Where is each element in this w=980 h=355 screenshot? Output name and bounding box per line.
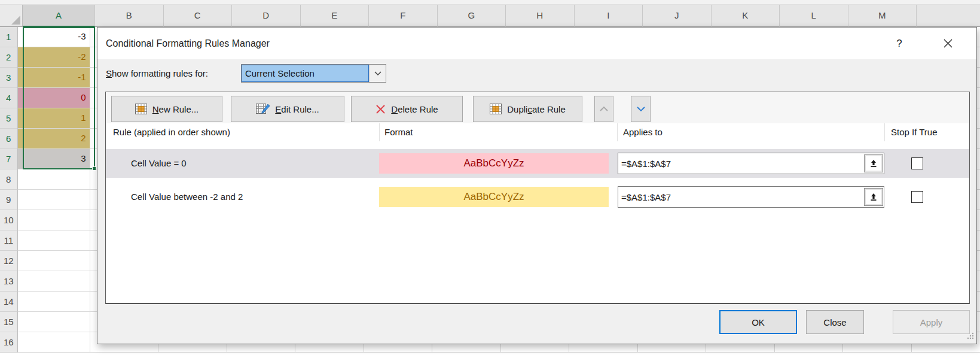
cell-A16[interactable] <box>18 332 90 353</box>
delete-rule-button[interactable]: Delete Rule <box>351 96 463 122</box>
column-header-L[interactable]: L <box>780 5 848 27</box>
table-icon <box>135 104 147 114</box>
move-rule-down-button[interactable] <box>631 96 651 122</box>
cell-A4[interactable]: 0 <box>18 88 90 108</box>
cell-A9[interactable] <box>18 190 90 210</box>
column-header-C[interactable]: C <box>164 5 233 27</box>
header-applies-to: Applies to <box>623 122 663 142</box>
cell-A5[interactable]: 1 <box>18 108 90 129</box>
cell-A7[interactable]: 3 <box>18 149 90 169</box>
cell-A11[interactable] <box>18 230 90 251</box>
row-header-15[interactable]: 15 <box>0 312 18 332</box>
header-rule: Rule (applied in order shown) <box>113 122 230 142</box>
stop-if-true-checkbox[interactable] <box>911 191 923 203</box>
header-format: Format <box>384 122 413 142</box>
edit-rule-label: Edit Rule... <box>275 104 319 114</box>
column-header-A[interactable]: A <box>23 5 95 27</box>
row-header-14[interactable]: 14 <box>0 292 18 312</box>
show-rules-label: Show formatting rules for: <box>106 68 208 78</box>
close-icon <box>944 39 952 48</box>
column-header-H[interactable]: H <box>506 5 575 27</box>
new-rule-label: New Rule... <box>152 104 199 114</box>
row-header-5[interactable]: 5 <box>0 108 18 129</box>
cell-A12[interactable] <box>18 251 90 271</box>
row-header-16[interactable]: 16 <box>0 332 18 353</box>
row-header-4[interactable]: 4 <box>0 88 18 108</box>
dialog-titlebar: Conditional Formatting Rules Manager ? <box>97 28 976 59</box>
cell-A3[interactable]: -1 <box>18 68 90 88</box>
ok-button[interactable]: OK <box>719 310 797 334</box>
column-header-F[interactable]: F <box>369 5 438 27</box>
row-header-10[interactable]: 10 <box>0 210 18 230</box>
range-picker-icon <box>869 159 878 168</box>
duplicate-rule-button[interactable]: Duplicate Rule <box>473 96 582 122</box>
applies-to-input[interactable] <box>618 153 864 174</box>
cell-A13[interactable] <box>18 271 90 292</box>
dialog-title: Conditional Formatting Rules Manager <box>106 28 270 59</box>
table-icon <box>490 104 502 114</box>
duplicate-rule-label: Duplicate Rule <box>507 104 566 114</box>
cell-A2[interactable]: -2 <box>18 47 90 68</box>
row-header-1[interactable]: 1 <box>0 27 18 47</box>
chevron-up-icon <box>600 107 608 111</box>
row-header-6[interactable]: 6 <box>0 129 18 149</box>
rule-row[interactable]: Cell Value = 0 AaBbCcYyZz <box>106 149 969 178</box>
applies-to-input[interactable] <box>618 187 864 207</box>
chevron-down-icon[interactable] <box>369 65 386 82</box>
move-rule-up-button[interactable] <box>594 96 613 122</box>
row-header-8[interactable]: 8 <box>0 169 18 190</box>
table-pencil-icon <box>256 104 270 115</box>
row-header-2[interactable]: 2 <box>0 47 18 68</box>
column-header-I[interactable]: I <box>575 5 643 27</box>
rule-format-preview: AaBbCcYyZz <box>379 187 609 207</box>
row-header-12[interactable]: 12 <box>0 251 18 271</box>
cell-A1[interactable]: -3 <box>18 27 90 47</box>
rule-description: Cell Value = 0 <box>131 149 187 178</box>
cell-A10[interactable] <box>18 210 90 230</box>
cell-A15[interactable] <box>18 312 90 332</box>
new-rule-button[interactable]: New Rule... <box>111 96 222 122</box>
cell-A8[interactable] <box>18 169 90 190</box>
row-header-3[interactable]: 3 <box>0 68 18 88</box>
column-header-G[interactable]: G <box>438 5 506 27</box>
edit-rule-button[interactable]: Edit Rule... <box>231 96 344 122</box>
row-header-9[interactable]: 9 <box>0 190 18 210</box>
range-picker-icon <box>869 193 878 201</box>
row-headers: 12345678910111213141516 <box>0 27 18 353</box>
header-stop-if-true: Stop If True <box>891 122 938 142</box>
rule-format-preview: AaBbCcYyZz <box>379 153 609 174</box>
column-header-J[interactable]: J <box>643 5 712 27</box>
help-button[interactable]: ? <box>889 28 909 59</box>
collapse-dialog-button[interactable] <box>864 188 883 206</box>
column-header-E[interactable]: E <box>301 5 370 27</box>
select-all-corner[interactable] <box>0 5 23 27</box>
row-header-13[interactable]: 13 <box>0 271 18 292</box>
delete-rule-label: Delete Rule <box>391 104 438 114</box>
collapse-dialog-button[interactable] <box>864 154 883 172</box>
dropdown-selected-value: Current Selection <box>242 65 369 82</box>
cell-A6[interactable]: 2 <box>18 129 90 149</box>
close-button[interactable] <box>936 28 960 59</box>
red-x-icon <box>375 104 386 114</box>
column-divider <box>379 123 380 141</box>
applies-to-field <box>618 153 884 174</box>
column-divider <box>617 123 618 141</box>
column-header-M[interactable]: M <box>848 5 917 27</box>
row-header-11[interactable]: 11 <box>0 230 18 251</box>
column-header-K[interactable]: K <box>712 5 780 27</box>
column-header-B[interactable]: B <box>95 5 164 27</box>
cell-A14[interactable] <box>18 292 90 312</box>
apply-button[interactable]: Apply <box>893 310 970 334</box>
close-dialog-button[interactable]: Close <box>806 310 864 334</box>
row-header-7[interactable]: 7 <box>0 149 18 169</box>
rule-row[interactable]: Cell Value between -2 and 2 AaBbCcYyZz <box>106 183 969 211</box>
show-rules-dropdown[interactable]: Current Selection <box>241 64 386 83</box>
applies-to-field <box>618 186 884 208</box>
column-divider <box>884 123 885 141</box>
sheet-top-strip <box>0 0 980 5</box>
chevron-down-icon <box>637 107 645 111</box>
column-header-D[interactable]: D <box>232 5 301 27</box>
stop-if-true-checkbox[interactable] <box>911 157 923 169</box>
resize-grip-icon[interactable] <box>966 331 974 342</box>
column-headers: ABCDEFGHIJKLM <box>0 5 980 27</box>
